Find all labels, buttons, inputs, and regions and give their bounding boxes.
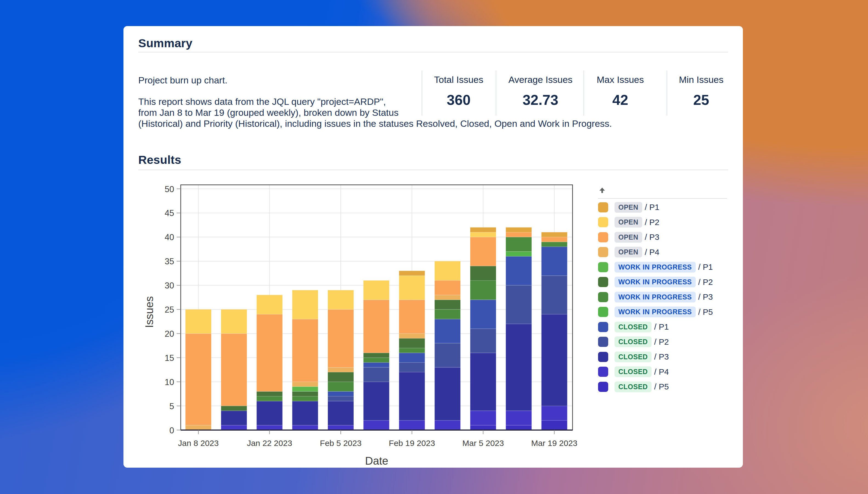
svg-text:45: 45 — [164, 208, 174, 218]
svg-text:35: 35 — [164, 256, 174, 266]
svg-text:Feb 19 2023: Feb 19 2023 — [389, 439, 435, 448]
svg-text:15: 15 — [164, 353, 174, 363]
svg-text:50: 50 — [164, 185, 174, 194]
svg-text:Jan 22 2023: Jan 22 2023 — [247, 439, 292, 448]
svg-text:5: 5 — [170, 401, 174, 411]
svg-text:25: 25 — [164, 305, 174, 315]
svg-text:20: 20 — [164, 329, 174, 339]
svg-text:40: 40 — [164, 232, 174, 242]
svg-text:0: 0 — [170, 426, 174, 435]
svg-text:Date: Date — [365, 455, 389, 467]
svg-text:Feb 5 2023: Feb 5 2023 — [320, 439, 361, 448]
svg-text:30: 30 — [164, 281, 174, 290]
svg-text:Jan 8 2023: Jan 8 2023 — [178, 439, 219, 448]
svg-text:10: 10 — [164, 377, 174, 387]
svg-text:Mar 19 2023: Mar 19 2023 — [531, 439, 577, 448]
svg-text:Issues: Issues — [143, 296, 155, 328]
svg-text:Mar 5 2023: Mar 5 2023 — [462, 439, 504, 448]
